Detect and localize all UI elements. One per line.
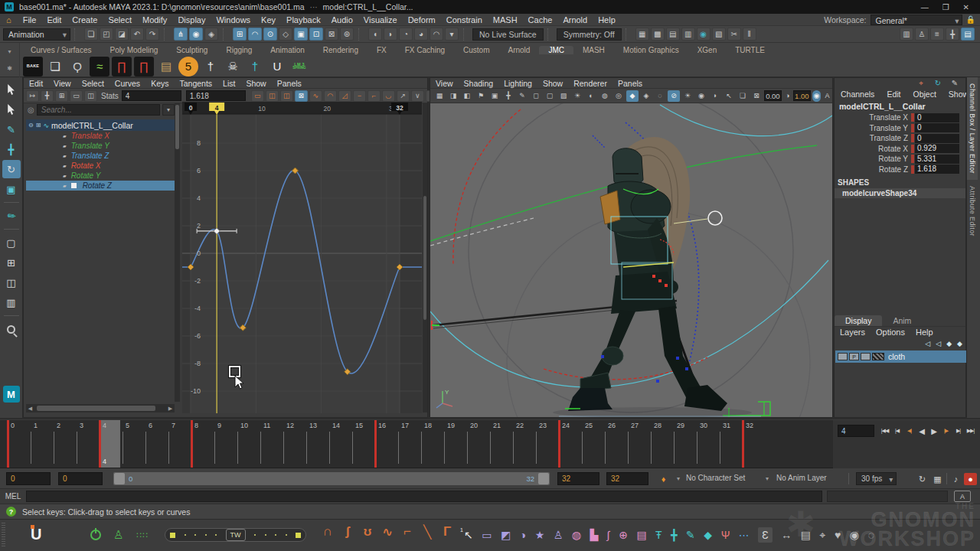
range-end-handle[interactable] bbox=[538, 473, 549, 484]
screen-space-ao[interactable]: ◍ bbox=[599, 90, 611, 102]
filter-icon[interactable]: ◎ bbox=[26, 106, 34, 114]
plateau-curve[interactable]: ⌐ bbox=[401, 524, 413, 540]
select-by-object[interactable]: ◉ bbox=[189, 28, 203, 41]
shelf-tab-sculpting[interactable]: Sculpting bbox=[167, 46, 217, 54]
grease-pencil[interactable]: ✎ bbox=[516, 90, 528, 102]
shelf-tab-turtle[interactable]: TURTLE bbox=[726, 46, 774, 54]
shelf-tab-rendering[interactable]: Rendering bbox=[314, 46, 368, 54]
lasso-select-tool[interactable] bbox=[2, 100, 21, 119]
main-menu-select[interactable]: Select bbox=[103, 15, 137, 24]
shelf-menu-icon[interactable]: ▾ bbox=[8, 48, 11, 55]
shelf-tab-custom[interactable]: Custom bbox=[454, 46, 498, 54]
noise-shelf-button[interactable]: ≈ bbox=[90, 57, 109, 77]
pause-viewport[interactable]: ‖ bbox=[743, 28, 756, 41]
open-render-view[interactable]: ▦ bbox=[635, 28, 649, 41]
command-line-language-toggle[interactable]: MEL bbox=[0, 492, 26, 500]
blocking-tool[interactable]: ▙ bbox=[590, 530, 599, 540]
attribute-editor-toggle[interactable]: ≡ bbox=[930, 28, 944, 41]
channel-value-field[interactable]: 1.618 bbox=[915, 165, 959, 174]
ipr-render[interactable]: ▤ bbox=[666, 28, 680, 41]
tween-left-end[interactable] bbox=[170, 533, 175, 538]
smooth-shade-mode[interactable]: ▢ bbox=[544, 90, 556, 102]
new-layer-from-selected[interactable]: ◆ bbox=[957, 340, 962, 347]
range-start-handle[interactable] bbox=[114, 473, 125, 484]
shelf-tab-curves-surfaces[interactable]: Curves / Surfaces bbox=[21, 46, 100, 54]
channel-row-translate-y[interactable]: Translate Y0 bbox=[835, 123, 965, 134]
layer-prev[interactable]: ◁ bbox=[925, 340, 930, 347]
graph-search-input[interactable] bbox=[37, 104, 160, 116]
toon-render[interactable]: ◉ bbox=[697, 28, 710, 41]
main-menu-modify[interactable]: Modify bbox=[137, 15, 172, 24]
channel-row-translate-z[interactable]: Translate Z0 bbox=[835, 133, 965, 144]
valley-curve[interactable]: ʊ bbox=[361, 524, 374, 540]
main-menu-display[interactable]: Display bbox=[172, 15, 211, 24]
step-curve[interactable]: Γ bbox=[441, 524, 453, 540]
xray-mode[interactable]: ◌ bbox=[654, 90, 666, 102]
wireframe-mode[interactable]: ◻ bbox=[530, 90, 542, 102]
render-current-frame[interactable]: ▩ bbox=[651, 28, 665, 41]
render-settings[interactable]: ▧ bbox=[712, 28, 726, 41]
shelf-tab-xgen[interactable]: XGen bbox=[688, 46, 727, 54]
graph-menu-keys[interactable]: Keys bbox=[145, 79, 174, 88]
textured-mode[interactable]: ▨ bbox=[557, 90, 570, 102]
spline-tangents[interactable]: ∿ bbox=[309, 90, 322, 102]
go-to-playback-start[interactable]: |◀◀ bbox=[879, 425, 890, 437]
scale-tool[interactable]: ▣ bbox=[2, 180, 21, 198]
shelf-tab-fx[interactable]: FX bbox=[368, 46, 396, 54]
hook-tool[interactable]: ∫ bbox=[607, 530, 610, 540]
color-management-icon[interactable]: ◉ bbox=[812, 90, 821, 102]
play-forwards[interactable]: ▶ bbox=[928, 425, 939, 437]
graph-menu-curves[interactable]: Curves bbox=[109, 79, 145, 88]
select-by-hierarchy[interactable]: ⋔ bbox=[174, 28, 188, 41]
red-character-b-shelf-button[interactable]: ∏ bbox=[134, 57, 154, 77]
layer-extra-box[interactable] bbox=[861, 353, 871, 360]
make-object-live[interactable]: ▣ bbox=[294, 28, 308, 41]
motion-trail-tool[interactable]: ◆ bbox=[704, 530, 712, 540]
graph-menu-select[interactable]: Select bbox=[77, 79, 109, 88]
racket-shelf-button[interactable]: Ϙ bbox=[67, 57, 87, 77]
workspace-selector[interactable]: General* bbox=[871, 15, 962, 25]
layer-tab-display[interactable]: Display bbox=[835, 315, 882, 326]
s-curve[interactable]: ʃ bbox=[341, 524, 354, 540]
shelf-tab-poly-modeling[interactable]: Poly Modeling bbox=[100, 46, 167, 54]
pin-channel-box[interactable]: ⌖ bbox=[916, 77, 926, 90]
search-tool[interactable]: ◌ bbox=[867, 530, 874, 540]
step-forward-one-frame[interactable]: ▶| bbox=[952, 425, 964, 437]
live-surface-menu[interactable]: ▾ bbox=[445, 28, 459, 41]
tween-machine-button[interactable]: TW bbox=[226, 529, 246, 541]
shelf-gear-icon[interactable]: ✱ bbox=[7, 65, 12, 72]
channel-box-node-name[interactable]: modelCTRL_L__Collar bbox=[835, 99, 965, 112]
current-frame-field[interactable] bbox=[838, 425, 874, 437]
cyan-rig-shelf-button[interactable]: † bbox=[245, 57, 265, 77]
construction-history-off[interactable]: ◕ bbox=[414, 28, 428, 41]
lock-selection[interactable]: ⊠ bbox=[325, 28, 338, 41]
outliner-horizontal-scrollbar[interactable]: ◀▶ bbox=[26, 404, 175, 412]
runner-tool[interactable]: ★ bbox=[535, 530, 545, 540]
viewport-menu-renderer[interactable]: Renderer bbox=[568, 79, 612, 88]
main-menu-cache[interactable]: Cache bbox=[523, 15, 558, 24]
script-editor-icon[interactable]: A bbox=[954, 491, 971, 502]
gear-wheel[interactable]: ◎ bbox=[612, 90, 625, 102]
lattice-deform-keys-tool[interactable]: ⊞ bbox=[55, 90, 68, 102]
shelf-tab-arnold[interactable]: Arnold bbox=[498, 46, 539, 54]
main-menu-edit[interactable]: Edit bbox=[41, 15, 67, 24]
gamma-field[interactable]: 1.00 bbox=[793, 90, 811, 101]
step-forward-one-key[interactable]: |▶ bbox=[940, 425, 952, 437]
more-options[interactable]: ⋯ bbox=[739, 530, 750, 540]
side-tab-attribute-editor[interactable]: Attribute Editor bbox=[967, 180, 978, 243]
stats-frame-field[interactable] bbox=[122, 90, 181, 101]
close-button[interactable]: ✕ bbox=[963, 3, 969, 11]
bricks-shelf-button[interactable]: ▤ bbox=[156, 57, 176, 77]
display-layer-row[interactable]: P cloth bbox=[835, 350, 966, 363]
tool-settings-toggle[interactable]: ╋ bbox=[946, 28, 959, 41]
live-curve[interactable]: ◠ bbox=[430, 28, 443, 41]
mirror-character-tool[interactable]: Ŧ bbox=[655, 530, 662, 540]
retime-tool[interactable]: ◫ bbox=[84, 90, 97, 102]
main-menu-key[interactable]: Key bbox=[256, 15, 281, 24]
four-pane-layout[interactable]: ⊞ bbox=[2, 253, 21, 272]
channel-rotate-x[interactable]: ▰Rotate X bbox=[26, 161, 175, 171]
graph-menu-tangents[interactable]: Tangents bbox=[174, 79, 217, 88]
auto-tangents[interactable]: ⊠ bbox=[295, 90, 308, 102]
light-toggle[interactable]: ☀ bbox=[681, 90, 694, 102]
layer-menu-options[interactable]: Options bbox=[871, 328, 910, 337]
